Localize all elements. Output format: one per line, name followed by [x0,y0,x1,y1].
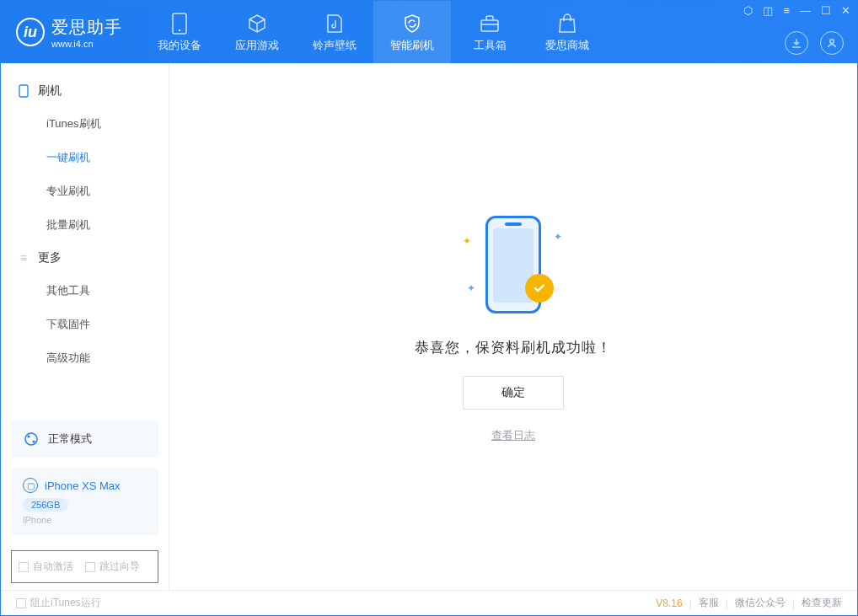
svg-rect-4 [19,85,28,97]
toolbox-icon [480,12,500,35]
device-storage: 256GB [23,498,68,512]
success-message: 恭喜您，保资料刷机成功啦！ [415,338,612,357]
phone-icon [172,12,187,35]
sidebar-item-other-tools[interactable]: 其他工具 [1,274,169,308]
sidebar-item-advanced[interactable]: 高级功能 [1,341,169,375]
svg-rect-2 [481,20,498,31]
version-label: V8.16 [656,597,682,609]
sparkle-icon: ✦ [463,235,471,247]
status-bar: 阻止iTunes运行 V8.16 | 客服 | 微信公众号 | 检查更新 [1,590,857,615]
status-icon [23,431,40,447]
nav-my-device[interactable]: 我的设备 [141,1,218,63]
sidebar-item-download-firmware[interactable]: 下载固件 [1,308,169,341]
mode-status-card[interactable]: 正常模式 [11,420,158,458]
sidebar-group-more[interactable]: ≡ 更多 [1,242,169,274]
app-logo: iu 爱思助手 www.i4.cn [1,16,141,49]
main-content: ✦ ✦ ✦ 恭喜您，保资料刷机成功啦！ 确定 查看日志 [169,63,857,590]
sidebar-item-oneclick-flash[interactable]: 一键刷机 [1,141,169,174]
app-url: www.i4.cn [51,39,122,49]
user-account-button[interactable] [820,31,844,55]
device-small-icon: ▢ [23,478,38,493]
checkmark-badge-icon [525,274,554,303]
view-log-link[interactable]: 查看日志 [491,428,535,443]
footer-link-update[interactable]: 检查更新 [802,596,842,610]
sidebar-item-pro-flash[interactable]: 专业刷机 [1,174,169,208]
refresh-shield-icon [402,12,422,35]
nav-ringtones-wallpapers[interactable]: 铃声壁纸 [296,1,373,63]
cube-icon [247,12,267,35]
device-type: iPhone [23,515,147,525]
nav-toolbox[interactable]: 工具箱 [451,1,528,63]
app-header: iu 爱思助手 www.i4.cn 我的设备 应用游戏 铃声壁纸 智能刷机 工具… [1,1,857,63]
app-name: 爱思助手 [51,16,122,39]
nav-apps-games[interactable]: 应用游戏 [218,1,296,63]
highlighted-options-box: 自动激活 跳过向导 [11,550,158,583]
checkbox-auto-activate[interactable]: 自动激活 [19,560,73,574]
device-icon [18,84,29,98]
checkbox-block-itunes[interactable]: 阻止iTunes运行 [16,596,101,610]
feedback-icon[interactable]: ◫ [763,4,773,17]
download-button[interactable] [785,31,808,55]
checkbox-skip-guide[interactable]: 跳过向导 [85,560,140,574]
top-nav: 我的设备 应用游戏 铃声壁纸 智能刷机 工具箱 爱思商城 [141,1,606,63]
window-controls: ⬡ ◫ ≡ — ☐ ✕ [743,4,850,17]
tshirt-icon[interactable]: ⬡ [743,4,753,17]
svg-point-3 [830,40,834,44]
sidebar: 刷机 iTunes刷机 一键刷机 专业刷机 批量刷机 ≡ 更多 其他工具 下载固… [1,63,169,590]
footer-link-support[interactable]: 客服 [699,596,719,610]
list-icon: ≡ [18,251,29,265]
close-button[interactable]: ✕ [841,4,850,17]
sidebar-item-batch-flash[interactable]: 批量刷机 [1,208,169,242]
menu-icon[interactable]: ≡ [783,4,790,17]
bag-icon [558,12,576,35]
sparkle-icon: ✦ [467,282,475,294]
device-name: iPhone XS Max [45,479,121,492]
svg-point-5 [25,433,37,445]
logo-icon: iu [16,18,45,46]
maximize-button[interactable]: ☐ [821,4,831,17]
svg-point-7 [32,440,35,442]
sidebar-group-flash[interactable]: 刷机 [1,75,169,107]
svg-point-6 [27,435,29,437]
sidebar-item-itunes-flash[interactable]: iTunes刷机 [1,107,169,141]
nav-store[interactable]: 爱思商城 [528,1,606,63]
minimize-button[interactable]: — [800,4,811,17]
device-card[interactable]: ▢ iPhone XS Max 256GB iPhone [11,468,158,535]
success-illustration: ✦ ✦ ✦ [463,210,564,319]
music-file-icon [326,12,343,35]
nav-smart-flash[interactable]: 智能刷机 [373,1,451,63]
footer-link-wechat[interactable]: 微信公众号 [735,596,786,610]
mode-status-label: 正常模式 [48,431,92,447]
svg-point-1 [179,29,181,31]
confirm-button[interactable]: 确定 [463,376,564,410]
sparkle-icon: ✦ [554,231,562,243]
